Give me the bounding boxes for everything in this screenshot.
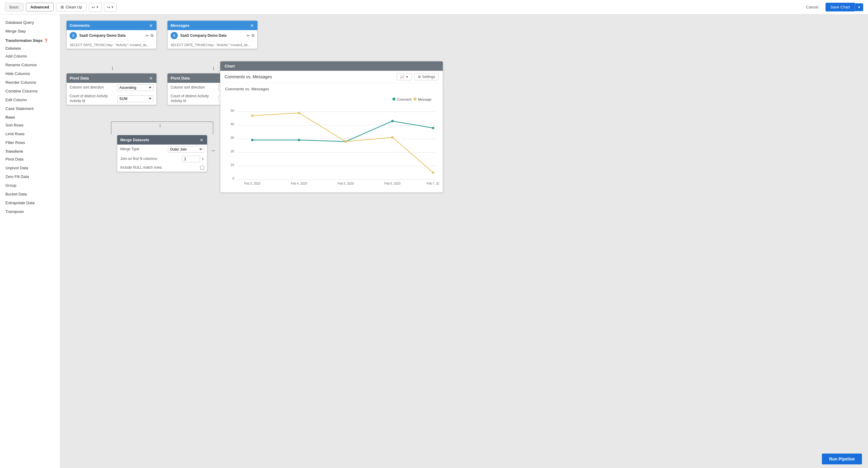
sidebar-item-merge-step[interactable]: Merge Step <box>0 27 60 36</box>
transformation-steps-header: Transformation Steps ❓ <box>0 36 60 44</box>
gear-icon: ⚙ <box>418 75 421 79</box>
cleanup-button[interactable]: ⊞ Clean Up <box>56 3 87 11</box>
comments-pivot-sort-select[interactable]: Ascending Descending <box>117 84 153 91</box>
messages-node-header: Messages ✕ <box>167 21 257 30</box>
undo-btn-group[interactable]: ↩ ▼ <box>89 3 101 12</box>
svg-text:Feb 7, 20: Feb 7, 20 <box>427 182 439 185</box>
null-match-row: Include NULL match rows: <box>117 164 207 172</box>
comments-pivot-node: Pivot Data ✕ Column sort direction Ascen… <box>66 73 157 105</box>
sidebar-item-rename-columns[interactable]: Rename Columns <box>0 61 60 69</box>
messages-sql: SELECT DATE_TRUNC('day', "Activity"."cre… <box>167 41 257 49</box>
topbar: Basic Advanced ⊞ Clean Up ↩ ▼ ↪ ▼ Cancel… <box>0 0 868 14</box>
redo-btn-group[interactable]: ↪ ▼ <box>104 3 117 12</box>
connector-bar <box>111 121 213 122</box>
undo-dropdown-icon: ▼ <box>96 5 99 9</box>
comments-pivot-header: Pivot Data ✕ <box>67 73 156 83</box>
svg-text:Feb 6, 2020: Feb 6, 2020 <box>384 182 401 185</box>
basic-tab[interactable]: Basic <box>5 3 24 11</box>
messages-copy-button[interactable]: ⧉ <box>252 33 254 38</box>
svg-point-27 <box>298 112 300 114</box>
merge-type-row: Merge Type Outer Join Inner Join Left Jo… <box>117 144 207 154</box>
save-chart-btn-group: Save Chart ▼ <box>826 3 863 11</box>
comments-pivot-count-row: Count of distinct Activity Activity Id S… <box>67 93 156 105</box>
comments-copy-button[interactable]: ⧉ <box>151 33 153 38</box>
save-chart-button[interactable]: Save Chart <box>826 3 855 11</box>
sidebar-item-pivot-data[interactable]: Pivot Data <box>0 155 60 164</box>
chart-settings-button[interactable]: ⚙ Settings <box>414 73 438 80</box>
sidebar-item-zero-fill-data[interactable]: Zero Fill Data <box>0 172 60 181</box>
svg-text:10: 10 <box>230 163 234 167</box>
sidebar-item-sort-rows[interactable]: Sort Rows <box>0 121 60 130</box>
join-columns-row: Join on first N columns: ⇕ <box>117 154 207 164</box>
connector-right <box>213 121 213 135</box>
connector-left <box>111 121 112 135</box>
messages-ds-icon: S <box>170 32 178 39</box>
run-pipeline-button[interactable]: Run Pipeline <box>822 454 862 464</box>
sidebar-item-limit-rows[interactable]: Limit Rows <box>0 130 60 138</box>
svg-text:0: 0 <box>232 176 234 180</box>
svg-point-21 <box>251 139 253 141</box>
chart-type-button[interactable]: 📈 ▼ <box>397 73 412 80</box>
chart-subtitle: Comments vs. Messages <box>225 87 438 91</box>
sidebar-item-bucket-data[interactable]: Bucket Data <box>0 190 60 198</box>
merge-datasets-close[interactable]: ✕ <box>199 138 204 142</box>
rows-header: Rows <box>0 113 60 121</box>
save-chart-dropdown[interactable]: ▼ <box>855 3 863 11</box>
sidebar-item-reorder-columns[interactable]: Reorder Columns <box>0 78 60 87</box>
sidebar-item-hide-columns[interactable]: Hide Columns <box>0 69 60 78</box>
join-columns-arrows: ⇕ <box>201 157 204 161</box>
sidebar-item-case-statement[interactable]: Case Statement <box>0 104 60 113</box>
svg-text:Feb 5, 2020: Feb 5, 2020 <box>338 182 354 185</box>
sidebar-item-filter-rows[interactable]: Filter Rows <box>0 138 60 147</box>
comments-pivot-sort-row: Column sort direction Ascending Descendi… <box>67 83 156 93</box>
comments-datasource: S SaaS Company Demo Data ✏ ⧉ <box>67 30 156 41</box>
transform-header: Transform <box>0 147 60 155</box>
canvas: Comments ✕ S SaaS Company Demo Data ✏ ⧉ … <box>60 14 868 468</box>
sidebar-item-database-query[interactable]: Database Query <box>0 18 60 27</box>
cancel-button[interactable]: Cancel <box>801 3 823 11</box>
svg-point-30 <box>432 171 434 174</box>
messages-edit-button[interactable]: ✏ <box>247 33 250 38</box>
cleanup-icon: ⊞ <box>61 5 64 9</box>
merge-datasets-node: Merge Datasets ✕ Merge Type Outer Join I… <box>117 135 207 172</box>
merge-datasets-header: Merge Datasets ✕ <box>117 135 207 144</box>
svg-text:Feb 3, 2020: Feb 3, 2020 <box>244 182 260 185</box>
sidebar-item-transpose[interactable]: Transpose <box>0 207 60 216</box>
svg-text:50: 50 <box>230 109 234 112</box>
chart-svg: Comment Message 0 10 20 30 40 50 <box>225 94 439 190</box>
chart-line-icon: 📈 <box>400 75 404 79</box>
merge-type-select[interactable]: Outer Join Inner Join Left Join Right Jo… <box>168 146 204 153</box>
svg-point-0 <box>393 98 396 101</box>
comments-edit-button[interactable]: ✏ <box>146 33 149 38</box>
messages-datasource: S SaaS Company Demo Data ✏ ⧉ <box>167 30 257 41</box>
sidebar-item-combine-columns[interactable]: Combine Columns <box>0 87 60 96</box>
chart-title: Comments vs. Messages <box>224 74 272 79</box>
svg-point-28 <box>344 140 347 143</box>
sidebar-item-group[interactable]: Group <box>0 181 60 190</box>
chart-area: Comments vs. Messages Comment Message 0 … <box>220 83 443 193</box>
svg-point-29 <box>391 136 394 138</box>
comments-node-header: Comments ✕ <box>67 21 156 30</box>
chart-panel: Chart Comments vs. Messages 📈 ▼ ⚙ Settin… <box>220 61 443 193</box>
sidebar-item-extrapolate-data[interactable]: Extrapolate Data <box>0 198 60 207</box>
svg-text:Comment: Comment <box>397 98 411 101</box>
messages-ds-actions: ✏ ⧉ <box>247 33 254 38</box>
sidebar-item-add-column[interactable]: Add Column <box>0 52 60 61</box>
arrow-messages-to-pivot: ↓ <box>212 64 215 71</box>
svg-text:20: 20 <box>230 149 234 153</box>
advanced-tab[interactable]: Advanced <box>26 3 54 11</box>
arrow-to-merge: ↓ <box>158 121 161 128</box>
columns-header: Columns <box>0 44 60 52</box>
join-columns-input[interactable] <box>182 156 200 162</box>
comments-ds-icon: S <box>70 32 77 39</box>
null-match-checkbox[interactable] <box>200 166 204 170</box>
comments-pivot-count-select[interactable]: SUM COUNT AVG <box>117 96 153 102</box>
sidebar-item-edit-column[interactable]: Edit Column <box>0 96 60 104</box>
chart-toolbar: Comments vs. Messages 📈 ▼ ⚙ Settings <box>220 71 443 83</box>
sidebar-item-unpivot-data[interactable]: Unpivot Data <box>0 164 60 172</box>
messages-close-button[interactable]: ✕ <box>250 24 254 28</box>
comments-close-button[interactable]: ✕ <box>149 24 153 28</box>
arrow-comments-to-pivot: ↓ <box>111 64 114 71</box>
svg-point-22 <box>298 139 300 141</box>
comments-pivot-close[interactable]: ✕ <box>149 76 153 80</box>
